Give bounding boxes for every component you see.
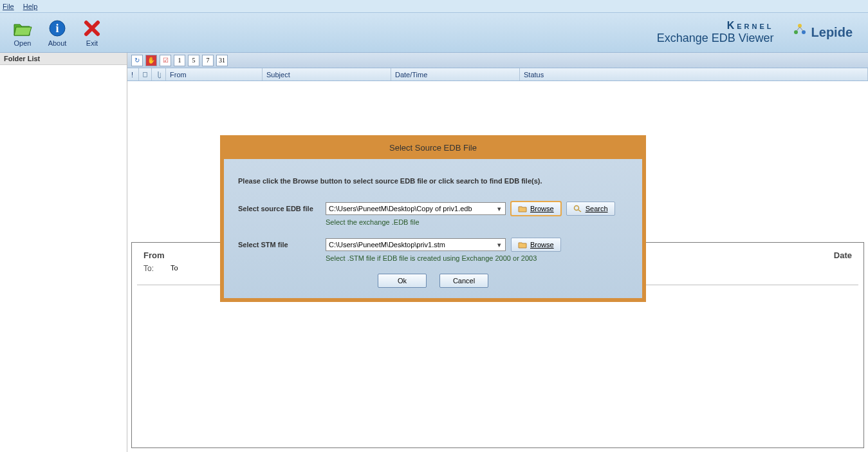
brand-logo: Lepide (792, 22, 853, 44)
col-subject[interactable]: Subject (263, 68, 391, 80)
exit-button[interactable]: Exit (75, 19, 109, 47)
chevron-down-icon[interactable]: ▾ (495, 241, 504, 249)
edb-path-combobox[interactable]: C:\Users\PuneetM\Desktop\Copy of priv1.e… (326, 202, 506, 215)
search-icon (573, 205, 582, 212)
about-button[interactable]: i About (40, 19, 75, 47)
folder-list-header: Folder List (0, 53, 127, 65)
preview-to-label: To: (143, 264, 171, 273)
filter-7-button[interactable]: 7 (202, 55, 214, 66)
close-icon (82, 19, 102, 38)
col-icon[interactable] (139, 68, 152, 80)
brand-area: Kernel Exchange EDB Viewer Lepide (657, 20, 863, 45)
col-datetime[interactable]: Date/Time (391, 68, 520, 80)
filter-5-button[interactable]: 5 (188, 55, 199, 66)
cancel-button[interactable]: Cancel (439, 274, 488, 288)
about-label: About (48, 39, 67, 47)
edb-search-button[interactable]: Search (566, 202, 615, 216)
dialog-instruction: Please click the Browse button to select… (238, 177, 628, 185)
menu-help[interactable]: Help (23, 3, 38, 10)
brand-product: Exchange EDB Viewer (657, 32, 774, 45)
svg-text:i: i (55, 22, 59, 35)
ok-button[interactable]: Ok (378, 274, 427, 288)
edb-path-value: C:\Users\PuneetM\Desktop\Copy of priv1.e… (329, 205, 472, 212)
open-label: Open (14, 39, 32, 47)
edb-hint: Select the exchange .EDB file (326, 218, 628, 226)
stm-hint: Select .STM file if EDB file is created … (326, 254, 628, 262)
dialog-title: Select Source EDB File (224, 139, 642, 159)
select-source-dialog: Select Source EDB File Please click the … (220, 135, 646, 302)
folder-icon (518, 205, 527, 212)
svg-line-7 (578, 210, 581, 212)
col-from[interactable]: From (166, 68, 263, 80)
mail-list-header: ! From Subject Date/Time Status (127, 68, 868, 81)
exit-label: Exit (86, 39, 98, 47)
preview-from-label: From (143, 250, 165, 260)
info-icon: i (48, 19, 67, 38)
filter-31-button[interactable]: 31 (216, 55, 228, 66)
preview-to-value: To (171, 264, 178, 273)
open-button[interactable]: Open (5, 19, 40, 47)
svg-point-6 (574, 206, 578, 211)
stm-browse-button[interactable]: Browse (511, 238, 561, 252)
svg-rect-5 (143, 72, 147, 77)
menu-file[interactable]: File (3, 3, 14, 10)
col-attach[interactable] (152, 68, 166, 80)
folder-icon (518, 241, 527, 249)
folder-open-icon (13, 19, 32, 38)
svg-point-4 (802, 30, 806, 34)
main-toolbar: Open i About Exit Kernel Exchange EDB Vi… (0, 13, 868, 53)
menu-bar: File Help (0, 0, 868, 13)
preview-date-label: Date (834, 250, 852, 260)
stm-path-combobox[interactable]: C:\Users\PuneetM\Desktop\priv1.stm ▾ (326, 238, 506, 251)
stm-label: Select STM file (238, 241, 326, 249)
check-icon[interactable]: ☑ (160, 55, 171, 66)
svg-point-3 (794, 30, 798, 34)
stop-icon[interactable]: ✋ (145, 55, 157, 66)
stm-path-value: C:\Users\PuneetM\Desktop\priv1.stm (329, 241, 445, 249)
filter-1-button[interactable]: 1 (174, 55, 185, 66)
col-status[interactable]: Status (520, 68, 868, 80)
filter-toolbar: ↻ ✋ ☑ 1 5 7 31 (127, 53, 868, 68)
edb-browse-button[interactable]: Browse (511, 202, 561, 216)
edb-label: Select source EDB file (238, 205, 326, 212)
col-flag[interactable]: ! (127, 68, 139, 80)
brand-kernel: Kernel (657, 20, 774, 32)
chevron-down-icon[interactable]: ▾ (495, 205, 504, 213)
folder-list-panel: Folder List (0, 53, 127, 452)
refresh-icon[interactable]: ↻ (131, 55, 143, 66)
